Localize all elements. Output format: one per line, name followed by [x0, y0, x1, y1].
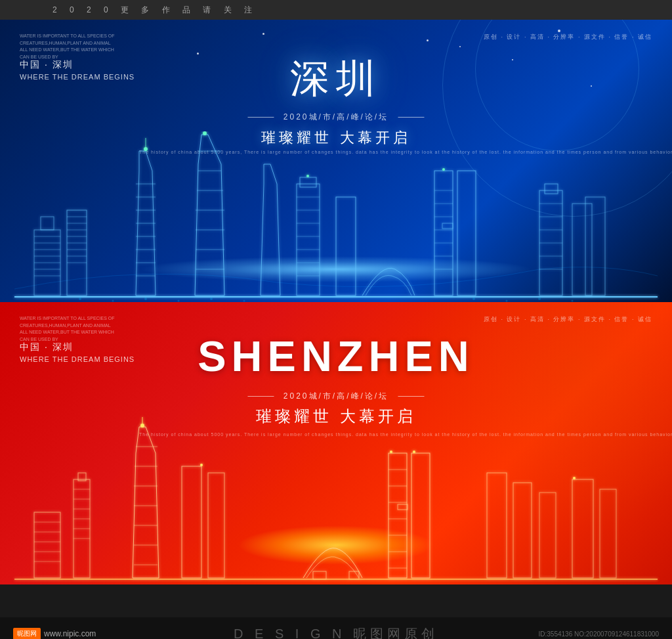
svg-point-81 [538, 297, 541, 300]
svg-rect-123 [572, 479, 593, 578]
svg-rect-121 [513, 483, 532, 578]
top-bar: 2 0 2 0 更 多 作 品 请 关 注 [0, 0, 672, 20]
svg-point-77 [210, 297, 213, 300]
svg-rect-46 [434, 171, 453, 296]
svg-point-127 [200, 464, 203, 466]
svg-rect-45 [336, 197, 356, 296]
blue-panel: WATER IS IMPORTANT TO ALL SPECIES OF CRE… [0, 20, 672, 302]
svg-marker-98 [133, 427, 159, 578]
red-china-shenzhen: 中国 · 深圳 [20, 342, 135, 353]
svg-rect-106 [182, 466, 201, 578]
svg-rect-57 [545, 184, 558, 194]
nipic-url: www.nipic.com [44, 629, 96, 638]
svg-rect-112 [398, 504, 408, 510]
sep-line-left [247, 117, 274, 118]
svg-point-83 [205, 532, 467, 584]
blue-main-title: 深圳 [290, 53, 382, 106]
svg-rect-64 [572, 204, 592, 296]
svg-point-68 [306, 175, 309, 177]
svg-point-129 [413, 451, 415, 453]
svg-rect-124 [600, 489, 616, 578]
red-watermark-left: WATER IS IMPORTANT TO ALL SPECIES OF CRE… [20, 315, 118, 343]
svg-rect-48 [442, 223, 453, 229]
red-sep-left [247, 396, 274, 397]
svg-point-128 [390, 451, 392, 453]
blue-subtitle-left: 中国 · 深圳 WHERE THE DREAM BEGINS [20, 59, 135, 81]
nipic-badge: 昵图网 [13, 628, 41, 639]
svg-rect-1 [41, 217, 54, 230]
red-watermark-right: 原创 · 设计 · 高清 · 分辨率 · 源文件 · 信誉 · 诚信 [484, 315, 652, 324]
red-forum-text: 2020城/市/高/峰/论/坛 [242, 391, 429, 402]
svg-marker-27 [195, 135, 224, 296]
svg-rect-120 [487, 473, 507, 578]
svg-rect-47 [457, 171, 476, 296]
blue-cityscape [0, 131, 672, 302]
svg-point-69 [442, 168, 445, 171]
bottom-id: ID:3554136 NO:20200709124611831000 [539, 630, 660, 638]
bottom-bar: 昵图网 www.nipic.com D E S I G N 昵图网原创 ID:3… [0, 617, 672, 639]
red-dream-begins: WHERE THE DREAM BEGINS [20, 355, 135, 363]
svg-rect-65 [585, 197, 605, 296]
blue-forum-label: 2020城/市/高/峰/论/坛 [284, 112, 388, 121]
svg-rect-36 [297, 184, 320, 296]
sep-line-right [398, 117, 425, 118]
svg-rect-37 [300, 177, 316, 187]
bottom-design: D E S I G N 昵图网原创 [234, 625, 438, 640]
blue-dream-begins: WHERE THE DREAM BEGINS [20, 73, 135, 81]
main-container: WATER IS IMPORTANT TO ALL SPECIES OF CRE… [0, 20, 672, 617]
svg-point-73 [79, 297, 81, 300]
red-main-title: SHENZHEN [198, 332, 474, 381]
bottom-logo: 昵图网 www.nipic.com [13, 628, 96, 639]
svg-point-79 [472, 297, 475, 300]
blue-china-shenzhen: 中国 · 深圳 [20, 59, 135, 71]
svg-point-75 [144, 297, 147, 300]
blue-watermark-right: 原创 · 设计 · 高清 · 分辨率 · 源文件 · 信誉 · 诚信 [484, 33, 652, 41]
svg-marker-35 [261, 164, 280, 296]
svg-point-130 [573, 477, 576, 479]
red-cityscape [0, 414, 672, 584]
top-bar-text: 2 0 2 0 更 多 作 品 请 关 注 [52, 5, 257, 16]
blue-watermark-left: WATER IS IMPORTANT TO ALL SPECIES OF CRE… [20, 33, 118, 60]
blue-forum-text: 2020城/市/高/峰/论/坛 [242, 112, 429, 123]
red-panel: WATER IS IMPORTANT TO ALL SPECIES OF CRE… [0, 302, 672, 584]
red-forum-label: 2020城/市/高/峰/论/坛 [284, 391, 388, 401]
red-subtitle-left: 中国 · 深圳 WHERE THE DREAM BEGINS [20, 342, 135, 363]
svg-rect-122 [539, 493, 556, 578]
red-sep-right [398, 396, 425, 397]
